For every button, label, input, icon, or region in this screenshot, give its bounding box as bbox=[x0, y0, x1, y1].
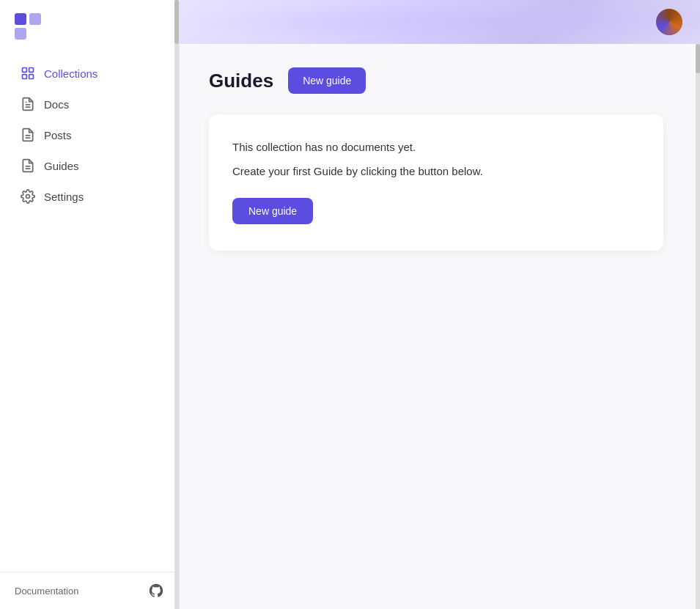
settings-icon bbox=[21, 189, 35, 204]
github-icon[interactable] bbox=[148, 583, 164, 599]
empty-card-text-1: This collection has no documents yet. bbox=[232, 141, 640, 153]
header bbox=[180, 0, 700, 44]
sidebar-item-label: Guides bbox=[44, 160, 79, 172]
sidebar-item-settings[interactable]: Settings bbox=[6, 182, 173, 211]
new-guide-header-button[interactable]: New guide bbox=[288, 67, 366, 94]
sidebar-item-label: Posts bbox=[44, 129, 72, 141]
svg-point-13 bbox=[26, 195, 30, 199]
grid-icon bbox=[21, 66, 35, 81]
page-header: Guides New guide bbox=[209, 67, 671, 94]
svg-rect-4 bbox=[29, 68, 34, 73]
sidebar-item-label: Docs bbox=[44, 98, 69, 111]
guide-icon bbox=[21, 158, 35, 173]
sidebar-item-label: Collections bbox=[44, 67, 97, 80]
sidebar-item-collections[interactable]: Collections bbox=[6, 59, 173, 88]
svg-rect-5 bbox=[23, 75, 27, 79]
sidebar-item-guides[interactable]: Guides bbox=[6, 151, 173, 180]
svg-rect-1 bbox=[29, 13, 41, 25]
app-logo bbox=[15, 13, 41, 40]
sidebar-item-docs[interactable]: Docs bbox=[6, 89, 173, 119]
svg-rect-2 bbox=[15, 28, 26, 40]
doc-icon bbox=[21, 97, 35, 111]
footer-label: Documentation bbox=[15, 586, 78, 597]
avatar-image bbox=[656, 9, 682, 35]
svg-rect-6 bbox=[29, 75, 34, 79]
logo-area bbox=[0, 0, 179, 50]
content-scrollbar-thumb bbox=[696, 44, 700, 73]
sidebar: Collections Docs Posts bbox=[0, 0, 180, 609]
content-area: Guides New guide This collection has no … bbox=[180, 44, 700, 609]
svg-rect-3 bbox=[23, 68, 27, 73]
svg-rect-0 bbox=[15, 13, 26, 25]
sidebar-nav: Collections Docs Posts bbox=[0, 50, 179, 572]
empty-card-text-2: Create your first Guide by clicking the … bbox=[232, 165, 640, 177]
main-area: Guides New guide This collection has no … bbox=[180, 0, 700, 609]
new-guide-card-button[interactable]: New guide bbox=[232, 198, 313, 224]
sidebar-scrollbar[interactable] bbox=[174, 0, 179, 609]
page-title: Guides bbox=[209, 70, 273, 92]
header-decoration bbox=[180, 0, 700, 44]
content-scrollbar[interactable] bbox=[696, 44, 700, 609]
post-icon bbox=[21, 128, 35, 142]
empty-state-card: This collection has no documents yet. Cr… bbox=[209, 114, 663, 251]
avatar[interactable] bbox=[656, 9, 682, 35]
sidebar-scrollbar-thumb bbox=[174, 0, 179, 44]
sidebar-item-posts[interactable]: Posts bbox=[6, 120, 173, 150]
sidebar-item-label: Settings bbox=[44, 191, 84, 203]
sidebar-footer: Documentation bbox=[0, 572, 179, 609]
